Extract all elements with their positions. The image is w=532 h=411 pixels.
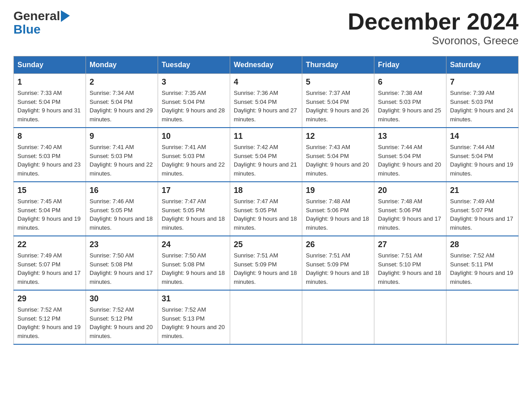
day-cell [446,290,519,344]
day-number: 4 [234,77,298,87]
day-number: 7 [450,77,515,87]
day-cell: 15 Sunrise: 7:45 AMSunset: 5:04 PMDaylig… [14,182,86,236]
day-number: 6 [378,77,442,87]
day-info: Sunrise: 7:41 AMSunset: 5:03 PMDaylight:… [90,143,154,178]
week-row-3: 15 Sunrise: 7:45 AMSunset: 5:04 PMDaylig… [14,182,519,236]
day-cell: 17 Sunrise: 7:47 AMSunset: 5:05 PMDaylig… [158,182,230,236]
day-info: Sunrise: 7:35 AMSunset: 5:04 PMDaylight:… [162,89,226,124]
day-info: Sunrise: 7:52 AMSunset: 5:13 PMDaylight:… [162,305,226,340]
day-number: 12 [306,132,370,141]
day-number: 2 [90,77,154,87]
calendar-table: SundayMondayTuesdayWednesdayThursdayFrid… [13,56,519,345]
day-cell: 13 Sunrise: 7:44 AMSunset: 5:04 PMDaylig… [374,128,446,182]
day-info: Sunrise: 7:44 AMSunset: 5:04 PMDaylight:… [378,143,442,178]
day-cell: 18 Sunrise: 7:47 AMSunset: 5:05 PMDaylig… [230,182,302,236]
day-cell: 22 Sunrise: 7:49 AMSunset: 5:07 PMDaylig… [14,236,86,290]
calendar-body: 1 Sunrise: 7:33 AMSunset: 5:04 PMDayligh… [14,74,519,345]
day-cell: 10 Sunrise: 7:41 AMSunset: 5:03 PMDaylig… [158,128,230,182]
day-cell: 14 Sunrise: 7:44 AMSunset: 5:04 PMDaylig… [446,128,519,182]
day-number: 17 [162,186,226,195]
day-info: Sunrise: 7:42 AMSunset: 5:04 PMDaylight:… [234,143,298,178]
day-info: Sunrise: 7:48 AMSunset: 5:06 PMDaylight:… [306,197,370,232]
day-cell: 28 Sunrise: 7:52 AMSunset: 5:11 PMDaylig… [446,236,519,290]
day-number: 10 [162,132,226,141]
week-row-4: 22 Sunrise: 7:49 AMSunset: 5:07 PMDaylig… [14,236,519,290]
day-number: 29 [17,294,82,304]
day-info: Sunrise: 7:51 AMSunset: 5:09 PMDaylight:… [306,251,370,286]
day-cell: 21 Sunrise: 7:49 AMSunset: 5:07 PMDaylig… [446,182,519,236]
day-cell: 4 Sunrise: 7:36 AMSunset: 5:04 PMDayligh… [230,74,302,128]
day-number: 21 [450,186,515,195]
day-number: 19 [306,186,370,195]
day-number: 13 [378,132,442,141]
day-number: 27 [378,240,442,249]
day-number: 14 [450,132,515,141]
day-info: Sunrise: 7:46 AMSunset: 5:05 PMDaylight:… [90,197,154,232]
day-cell: 6 Sunrise: 7:38 AMSunset: 5:03 PMDayligh… [374,74,446,128]
svg-marker-0 [61,10,70,22]
day-number: 8 [17,132,82,141]
week-row-2: 8 Sunrise: 7:40 AMSunset: 5:03 PMDayligh… [14,128,519,182]
header-monday: Monday [86,56,158,74]
day-cell: 31 Sunrise: 7:52 AMSunset: 5:13 PMDaylig… [158,290,230,344]
week-row-1: 1 Sunrise: 7:33 AMSunset: 5:04 PMDayligh… [14,74,519,128]
day-cell: 11 Sunrise: 7:42 AMSunset: 5:04 PMDaylig… [230,128,302,182]
day-number: 25 [234,240,298,249]
header-wednesday: Wednesday [230,56,302,74]
day-cell [374,290,446,344]
logo-blue: Blue [13,23,71,36]
day-cell: 5 Sunrise: 7:37 AMSunset: 5:04 PMDayligh… [302,74,374,128]
header-thursday: Thursday [302,56,374,74]
day-info: Sunrise: 7:49 AMSunset: 5:07 PMDaylight:… [450,197,515,232]
day-number: 11 [234,132,298,141]
day-info: Sunrise: 7:43 AMSunset: 5:04 PMDaylight:… [306,143,370,178]
day-info: Sunrise: 7:41 AMSunset: 5:03 PMDaylight:… [162,143,226,178]
day-info: Sunrise: 7:40 AMSunset: 5:03 PMDaylight:… [17,143,82,178]
day-info: Sunrise: 7:50 AMSunset: 5:08 PMDaylight:… [162,251,226,286]
day-info: Sunrise: 7:34 AMSunset: 5:04 PMDaylight:… [90,89,154,124]
page-header: General Blue December 2024 Svoronos, Gre… [13,9,519,47]
day-number: 22 [17,240,82,249]
day-number: 15 [17,186,82,195]
day-info: Sunrise: 7:52 AMSunset: 5:11 PMDaylight:… [450,251,515,286]
day-cell: 9 Sunrise: 7:41 AMSunset: 5:03 PMDayligh… [86,128,158,182]
day-info: Sunrise: 7:52 AMSunset: 5:12 PMDaylight:… [17,305,82,340]
day-number: 28 [450,240,515,249]
header-tuesday: Tuesday [158,56,230,74]
day-cell: 20 Sunrise: 7:48 AMSunset: 5:06 PMDaylig… [374,182,446,236]
day-info: Sunrise: 7:45 AMSunset: 5:04 PMDaylight:… [17,197,82,232]
day-info: Sunrise: 7:38 AMSunset: 5:03 PMDaylight:… [378,89,442,124]
day-number: 16 [90,186,154,195]
day-cell: 30 Sunrise: 7:52 AMSunset: 5:12 PMDaylig… [86,290,158,344]
day-info: Sunrise: 7:50 AMSunset: 5:08 PMDaylight:… [90,251,154,286]
day-cell: 16 Sunrise: 7:46 AMSunset: 5:05 PMDaylig… [86,182,158,236]
day-number: 9 [90,132,154,141]
day-number: 3 [162,77,226,87]
day-info: Sunrise: 7:51 AMSunset: 5:10 PMDaylight:… [378,251,442,286]
day-info: Sunrise: 7:49 AMSunset: 5:07 PMDaylight:… [17,251,82,286]
day-number: 24 [162,240,226,249]
day-info: Sunrise: 7:44 AMSunset: 5:04 PMDaylight:… [450,143,515,178]
header-saturday: Saturday [446,56,519,74]
day-info: Sunrise: 7:39 AMSunset: 5:03 PMDaylight:… [450,89,515,124]
calendar-title: December 2024 [348,9,519,34]
day-cell [302,290,374,344]
day-info: Sunrise: 7:51 AMSunset: 5:09 PMDaylight:… [234,251,298,286]
header-row: SundayMondayTuesdayWednesdayThursdayFrid… [14,56,519,74]
day-cell: 25 Sunrise: 7:51 AMSunset: 5:09 PMDaylig… [230,236,302,290]
calendar-subtitle: Svoronos, Greece [348,34,519,47]
logo-triangle-icon [61,10,71,22]
day-number: 26 [306,240,370,249]
header-friday: Friday [374,56,446,74]
day-number: 18 [234,186,298,195]
day-number: 1 [17,77,82,87]
header-sunday: Sunday [14,56,86,74]
day-info: Sunrise: 7:48 AMSunset: 5:06 PMDaylight:… [378,197,442,232]
day-cell: 1 Sunrise: 7:33 AMSunset: 5:04 PMDayligh… [14,74,86,128]
title-block: December 2024 Svoronos, Greece [348,9,519,47]
day-cell: 26 Sunrise: 7:51 AMSunset: 5:09 PMDaylig… [302,236,374,290]
day-cell: 8 Sunrise: 7:40 AMSunset: 5:03 PMDayligh… [14,128,86,182]
day-info: Sunrise: 7:47 AMSunset: 5:05 PMDaylight:… [162,197,226,232]
day-number: 30 [90,294,154,304]
day-cell: 12 Sunrise: 7:43 AMSunset: 5:04 PMDaylig… [302,128,374,182]
